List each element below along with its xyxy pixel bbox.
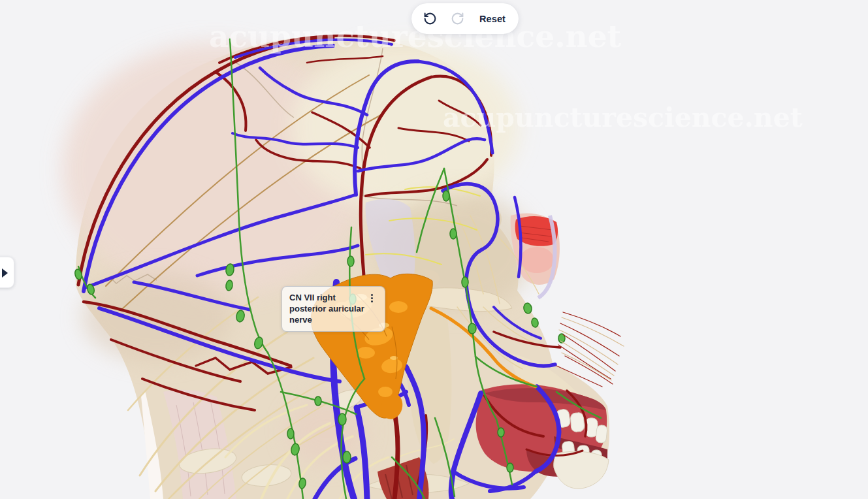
selection-tooltip[interactable]: CN VII right posterior auricular nerve [281, 286, 385, 332]
anatomy-viewer-app: acupuncturescience.net acupuncturescienc… [0, 0, 868, 499]
expand-panel-arrow-icon [2, 268, 8, 278]
viewer-toolbar: Reset [411, 3, 519, 34]
undo-icon [423, 12, 437, 25]
anatomy-3d-viewport[interactable]: acupuncturescience.net acupuncturescienc… [0, 0, 868, 499]
reset-button[interactable]: Reset [472, 8, 511, 29]
selected-structure-name: CN VII right posterior auricular nerve [289, 292, 368, 325]
redo-button[interactable] [444, 6, 470, 32]
watermark-text: acupuncturescience.net [443, 102, 803, 133]
undo-button[interactable] [417, 6, 443, 32]
redo-icon [451, 12, 464, 25]
sidebar-expand-toggle[interactable] [0, 257, 14, 288]
kebab-menu-icon[interactable] [367, 294, 376, 306]
